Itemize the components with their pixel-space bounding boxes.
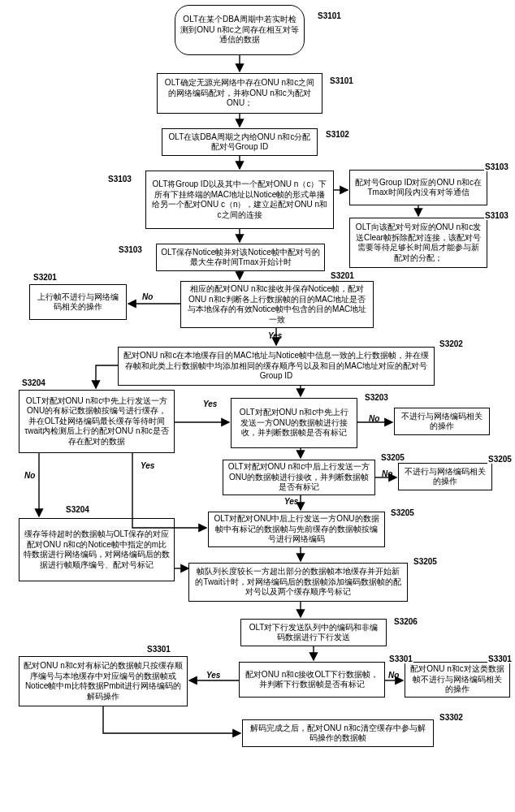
node-3302: 解码完成之后，配对ONU n和c清空缓存中参与解码操作的数据帧 bbox=[242, 719, 434, 747]
edge-yes-3205a: Yes bbox=[284, 497, 298, 506]
node-3102: OLT在该DBA周期之内给ONU n和c分配配对号Group ID bbox=[162, 128, 318, 156]
node-3205a: OLT对配对ONU n和c中后上行发送一方ONU的数据帧进行接收，并判断数据帧是… bbox=[223, 460, 375, 495]
node-3204a: OLT对配对ONU n和c中先上行发送一方ONU的有标记数据帧按编号进行缓存，并… bbox=[19, 390, 175, 453]
edge-no-3201: No bbox=[142, 292, 153, 301]
node-3103a: OLT将Group ID以及其中一个配对ONU n（c）下所有下挂终端的MAC地… bbox=[145, 171, 334, 229]
label-s3201b: S3201 bbox=[32, 273, 58, 282]
label-s3204a: S3204 bbox=[21, 378, 46, 387]
label-s3103d: S3103 bbox=[484, 211, 509, 220]
node-3201a: 相应的配对ONU n和c接收并保存Notice帧，配对ONU n和c判断各上行数… bbox=[180, 281, 374, 328]
label-s3205c: S3205 bbox=[413, 557, 438, 566]
label-s3203: S3203 bbox=[364, 393, 389, 402]
label-s3103a: S3103 bbox=[107, 175, 132, 184]
node-3103d: OLT向该配对号对应的ONU n和c发送Clear帧拆除配对连接，该配对号需要等… bbox=[349, 218, 487, 268]
node-3203no: 不进行与网络编码相关的操作 bbox=[394, 408, 490, 435]
label-s3301a: S3301 bbox=[388, 654, 413, 663]
node-3204b: 缓存等待超时的数据帧与OLT保存的对应配对ONU n和c的Notice帧中指定的… bbox=[19, 518, 175, 581]
node-3205b: OLT对配对ONU中后上行发送一方ONU的数据帧中有标记的数据帧与先前缓存的数据… bbox=[208, 512, 385, 547]
label-s3205b: S3205 bbox=[390, 508, 415, 517]
label-s3301c: S3301 bbox=[487, 654, 513, 663]
edge-no-3205a: No bbox=[382, 469, 392, 478]
label-s3103b: S3103 bbox=[118, 245, 143, 254]
label-s3205a: S3205 bbox=[380, 453, 405, 462]
node-3301b: 配对ONU n和c对有标记的数据帧只按缓存顺序编号与本地缓存中对应编号的数据帧或… bbox=[19, 656, 188, 706]
label-s3102: S3102 bbox=[325, 130, 350, 139]
node-3301a: 配对ONU n和c接收OLT下行数据帧，并判断下行数据帧是否有标记 bbox=[239, 662, 385, 698]
label-s3201a: S3201 bbox=[330, 271, 355, 280]
label-s3202: S3202 bbox=[439, 339, 464, 348]
flowchart-canvas: OLT在某个DBA周期中若实时检测到ONU n和c之间存在相互对等通信的数据 O… bbox=[0, 0, 515, 812]
node-3206: OLT对下行发送队列中的编码和非编码数据进行下行发送 bbox=[240, 619, 387, 646]
node-3205c: 帧队列长度较长一方超出部分的数据帧本地缓存并开始新的Twait计时，对网络编码后… bbox=[188, 563, 408, 602]
edge-yes-3204a: Yes bbox=[141, 461, 154, 470]
node-3103b: OLT保存Notice帧并对该Notice帧中配对号的最大生存时间Tmax开始计… bbox=[156, 244, 325, 271]
node-3202: 配对ONU n和c在本地缓存目的MAC地址与Notice帧中信息一致的上行数据帧… bbox=[118, 347, 435, 386]
node-3103c: 配对号Group ID对应的ONU n和c在Tmax时间段内没有对等通信 bbox=[349, 170, 487, 205]
edge-no-3204a: No bbox=[24, 471, 35, 480]
node-start: OLT在某个DBA周期中若实时检测到ONU n和c之间存在相互对等通信的数据 bbox=[175, 5, 305, 55]
label-s3204b: S3204 bbox=[65, 505, 90, 514]
label-s3205ano: S3205 bbox=[487, 455, 513, 464]
edge-no-3203: No bbox=[369, 414, 379, 423]
label-s3301b: S3301 bbox=[146, 645, 171, 654]
label-s3302: S3302 bbox=[439, 713, 464, 722]
node-3203: OLT对配对ONU n和c中先上行发送一方ONU的数据帧进行接收，并判断数据帧是… bbox=[231, 398, 357, 448]
edge-no-3301: No bbox=[388, 671, 399, 680]
edge-yes-3301: Yes bbox=[206, 671, 220, 680]
label-s3206: S3206 bbox=[393, 617, 418, 626]
edge-yes-3201: Yes bbox=[268, 331, 282, 340]
node-3205ano: 不进行与网络编码相关的操作 bbox=[398, 463, 492, 490]
label-s3103c: S3103 bbox=[484, 162, 509, 171]
node-3101a: OLT确定无源光网络中存在ONU n和c之间的网络编码配对，并称ONU n和c为… bbox=[157, 73, 322, 114]
edge-yes-3204: Yes bbox=[203, 400, 217, 408]
label-s3101: S3101 bbox=[317, 11, 342, 20]
node-3201b: 上行帧不进行与网络编码相关的操作 bbox=[29, 284, 127, 320]
label-s3101b: S3101 bbox=[329, 76, 354, 85]
node-3301c: 配对ONU n和c对这类数据帧不进行与网络编码相关的操作 bbox=[405, 662, 510, 698]
